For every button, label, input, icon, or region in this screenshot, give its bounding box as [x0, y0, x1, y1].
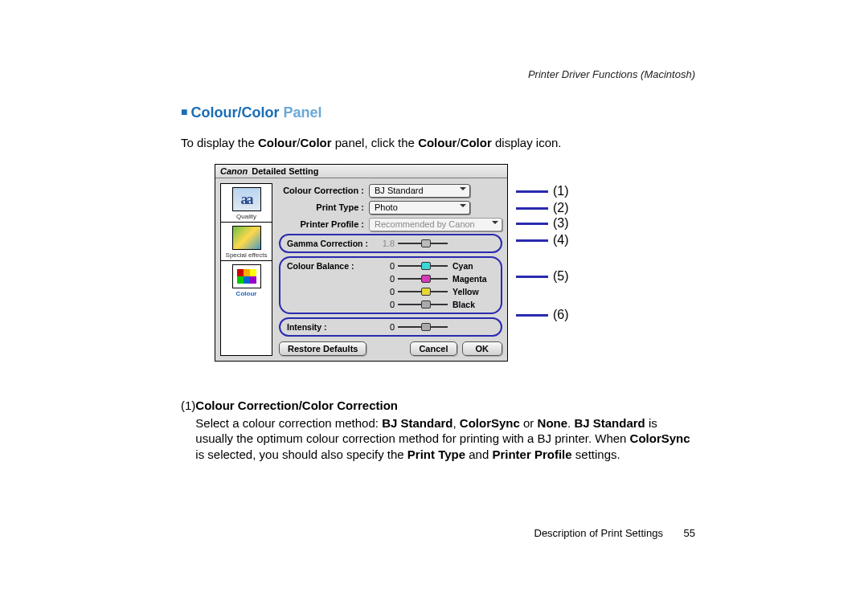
restore-defaults-button[interactable]: Restore Defaults	[279, 341, 366, 356]
label-colour-balance: Colour Balance :	[285, 261, 372, 271]
group-colour-balance: Colour Balance : 0 Cyan 0 Magenta	[279, 256, 502, 314]
callout-4: (4)	[553, 233, 569, 247]
sidebar-item-colour[interactable]: Colour	[221, 261, 272, 299]
desc-number: (1)	[181, 398, 195, 462]
slider-cyan[interactable]	[398, 262, 448, 270]
sidebar-item-special-effects[interactable]: Special effects	[221, 223, 272, 261]
callout-1: (1)	[553, 184, 569, 198]
dialog-title: Detailed Setting	[249, 166, 318, 176]
desc-title: Colour Correction/Color Correction	[195, 398, 695, 414]
page-footer: Description of Print Settings 55	[181, 527, 695, 539]
sidebar-label: Quality	[221, 213, 272, 220]
label-gamma: Gamma Correction :	[285, 239, 372, 248]
callout-3: (3)	[553, 216, 569, 231]
quality-icon: aa	[232, 187, 261, 211]
sidebar-label: Colour	[221, 290, 272, 297]
value-cyan: 0	[372, 261, 398, 271]
colour-icon	[232, 264, 261, 288]
label-yellow: Yellow	[448, 287, 496, 296]
label-magenta: Magenta	[448, 274, 496, 284]
callout-6: (6)	[553, 308, 569, 322]
section-title: ■Colour/Color Panel	[181, 104, 695, 121]
slider-yellow[interactable]	[398, 288, 448, 296]
callout-2: (2)	[553, 201, 569, 215]
brand-logo: Canon	[220, 166, 248, 176]
header-chapter: Printer Driver Functions (Macintosh)	[181, 68, 695, 80]
group-intensity: Intensity : 0	[279, 317, 502, 337]
special-effects-icon	[232, 226, 261, 250]
label-print-type: Print Type :	[279, 202, 369, 212]
dropdown-printer-profile[interactable]: Recommended by Canon	[369, 218, 502, 231]
value-black: 0	[372, 300, 398, 309]
dropdown-print-type[interactable]: Photo	[369, 201, 470, 215]
page-number: 55	[684, 527, 695, 539]
label-black: Black	[448, 300, 496, 309]
desc-body: Select a colour correction method: BJ St…	[195, 415, 695, 463]
footer-text: Description of Print Settings	[534, 527, 663, 539]
label-colour-correction: Colour Correction :	[279, 186, 369, 195]
ok-button[interactable]: OK	[462, 341, 503, 356]
slider-magenta[interactable]	[398, 275, 448, 283]
slider-gamma[interactable]	[398, 239, 448, 247]
value-gamma: 1.8	[372, 239, 398, 248]
value-yellow: 0	[372, 287, 398, 296]
slider-intensity[interactable]	[398, 323, 448, 331]
label-intensity: Intensity :	[285, 322, 372, 332]
detailed-setting-dialog: Canon Detailed Setting aa Quality Specia…	[215, 164, 508, 362]
value-magenta: 0	[372, 274, 398, 284]
callout-5: (5)	[553, 269, 569, 284]
sidebar-item-quality[interactable]: aa Quality	[221, 184, 272, 223]
dropdown-colour-correction[interactable]: BJ Standard	[369, 184, 470, 198]
slider-black[interactable]	[398, 300, 448, 309]
dialog-sidebar: aa Quality Special effects	[220, 183, 272, 356]
sidebar-label: Special effects	[221, 251, 272, 259]
value-intensity: 0	[372, 322, 398, 332]
label-printer-profile: Printer Profile :	[279, 219, 369, 229]
square-bullet-icon: ■	[181, 105, 187, 118]
callout-list: (1) (2) (3) (4) (5) (6)	[516, 164, 572, 345]
title-light: Panel	[279, 104, 321, 121]
intro-text: To display the Colour/Color panel, click…	[181, 136, 695, 149]
group-gamma: Gamma Correction : 1.8	[279, 234, 502, 253]
title-main: Colour/Color	[190, 104, 279, 121]
label-cyan: Cyan	[448, 261, 496, 271]
dialog-titlebar: Canon Detailed Setting	[215, 165, 507, 178]
cancel-button[interactable]: Cancel	[410, 341, 457, 356]
